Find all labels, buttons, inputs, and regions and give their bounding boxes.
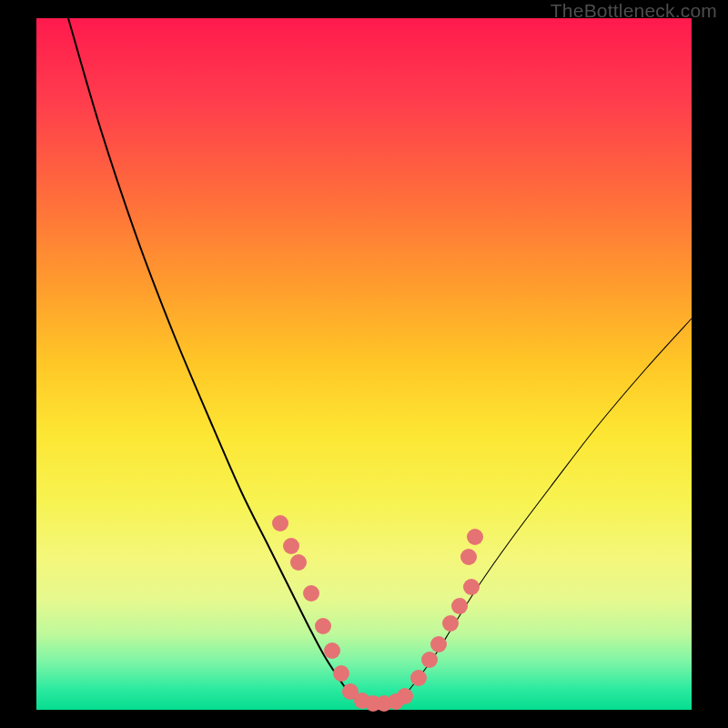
sample-dot	[410, 670, 427, 686]
sample-dot	[430, 636, 447, 652]
right-curve	[404, 318, 692, 696]
sample-dot	[463, 579, 480, 595]
sample-dot	[421, 652, 438, 668]
sample-dot	[467, 529, 483, 545]
sample-dot	[272, 515, 288, 531]
plot-area	[36, 18, 692, 710]
sample-dot	[397, 688, 413, 704]
sample-dot	[333, 665, 349, 682]
sample-dot	[315, 618, 331, 634]
watermark-text: TheBottleneck.com	[551, 0, 717, 22]
chart-frame: TheBottleneck.com	[0, 0, 728, 728]
sample-dot	[324, 642, 340, 659]
sample-dot	[283, 538, 299, 554]
sample-dots-group	[272, 515, 483, 712]
sample-dot	[303, 585, 319, 602]
sample-dot	[290, 554, 307, 571]
sample-dot	[451, 598, 468, 614]
sample-dot	[442, 615, 459, 632]
chart-svg	[36, 18, 692, 710]
sample-dot	[460, 549, 477, 565]
